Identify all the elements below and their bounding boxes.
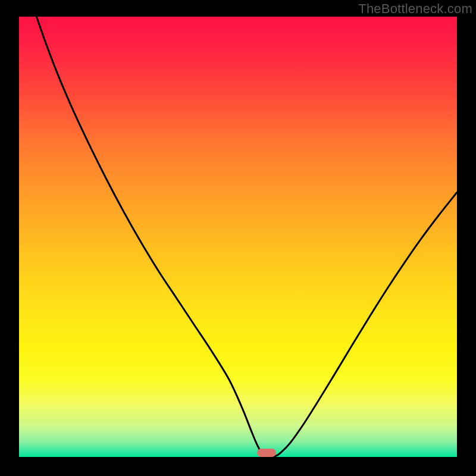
bottleneck-curve bbox=[19, 17, 457, 457]
chart-container: TheBottleneck.com bbox=[0, 0, 476, 476]
optimum-marker bbox=[257, 449, 276, 457]
plot-area bbox=[19, 17, 457, 457]
watermark-text: TheBottleneck.com bbox=[358, 1, 472, 17]
